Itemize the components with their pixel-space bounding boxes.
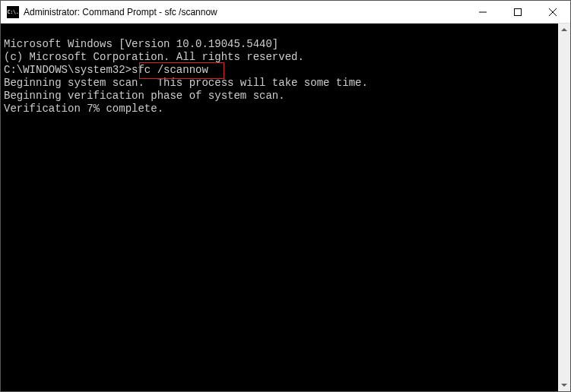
close-icon	[549, 8, 557, 16]
scroll-down-arrow-icon[interactable]	[558, 379, 570, 391]
output-line: Beginning system scan. This process will…	[4, 77, 555, 90]
output-line: Beginning verification phase of system s…	[4, 90, 555, 103]
output-line: Microsoft Windows [Version 10.0.19045.54…	[4, 38, 555, 51]
scrollbar-track[interactable]	[558, 36, 570, 379]
maximize-button[interactable]	[500, 1, 535, 23]
window-controls	[465, 1, 570, 23]
close-button[interactable]	[535, 1, 570, 23]
svg-marker-5	[561, 384, 567, 387]
maximize-icon	[514, 8, 522, 16]
window-titlebar: C:\. Administrator: Command Prompt - sfc…	[1, 1, 570, 24]
terminal-area: Microsoft Windows [Version 10.0.19045.54…	[1, 24, 570, 391]
prompt-path: C:\WINDOWS\system32>	[4, 64, 132, 76]
window-title: Administrator: Command Prompt - sfc /sca…	[24, 7, 465, 17]
vertical-scrollbar[interactable]	[558, 24, 570, 391]
output-line: (c) Microsoft Corporation. All rights re…	[4, 51, 555, 64]
prompt-command: sfc /scannow	[132, 64, 208, 76]
minimize-icon	[479, 8, 487, 16]
prompt-line: C:\WINDOWS\system32>sfc /scannow	[4, 64, 555, 77]
minimize-button[interactable]	[465, 1, 500, 23]
terminal-output[interactable]: Microsoft Windows [Version 10.0.19045.54…	[1, 24, 558, 391]
svg-marker-4	[561, 28, 567, 31]
svg-rect-1	[515, 8, 522, 15]
scroll-up-arrow-icon[interactable]	[558, 24, 570, 36]
output-line: Verification 7% complete.	[4, 103, 555, 115]
cmd-icon: C:\.	[7, 6, 19, 18]
